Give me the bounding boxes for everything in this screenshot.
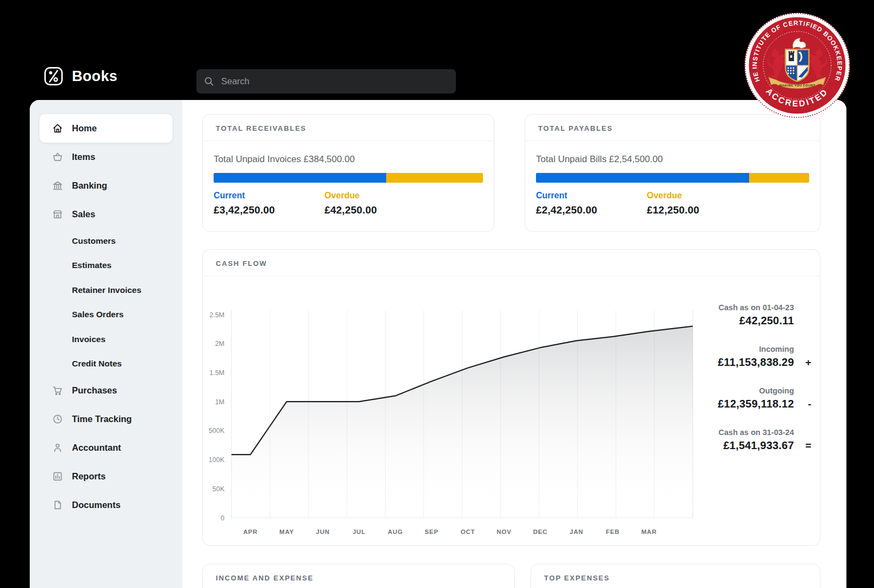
receivables-current-label: Current (214, 191, 325, 201)
total-receivables-card: TOTAL RECEIVABLES Total Unpaid Invoices … (202, 114, 494, 232)
payables-subtitle: Total Unpaid Bills £2,54,500.00 (536, 154, 809, 165)
cash-flow-area-chart: 050K100K500K1M1.5M2M2.5MAPRMAYJUNJULAUGS… (207, 279, 695, 538)
clock-icon (51, 413, 63, 425)
x-axis-month-label: MAR (641, 529, 657, 535)
receivables-header: TOTAL RECEIVABLES (203, 115, 494, 141)
receivables-current-value: £3,42,250.00 (214, 204, 325, 216)
income-expense-header: INCOME AND EXPENSE (203, 564, 514, 588)
top-expenses-header: TOP EXPENSES (531, 564, 820, 588)
stat-value: £1,541,933.67 (723, 439, 794, 452)
cashflow-stat-cash-as-on-31-03-24: Cash as on 31-03-24£1,541,933.67= (695, 428, 811, 452)
receivables-subtitle: Total Unpaid Invoices £384,500.00 (214, 154, 483, 165)
payables-current-label: Current (536, 191, 647, 201)
sidebar-item-label: Credit Notes (72, 359, 122, 369)
stat-label: Cash as on 31-03-24 (695, 428, 794, 437)
top-expenses-card: TOP EXPENSES (531, 564, 820, 588)
sidebar-item-home[interactable]: Home (39, 114, 173, 143)
sidebar: HomeItemsBankingSalesCustomersEstimatesR… (30, 100, 182, 588)
x-axis-month-label: MAY (280, 529, 294, 535)
x-axis-month-label: FEB (606, 529, 619, 535)
stat-operator: - (797, 398, 811, 410)
sidebar-item-label: Sales (72, 209, 95, 219)
sidebar-item-label: Time Tracking (72, 414, 132, 424)
y-axis-tick: 2M (215, 340, 224, 348)
sidebar-item-sales-orders[interactable]: Sales Orders (39, 303, 173, 328)
sidebar-item-retainer-invoices[interactable]: Retainer Invoices (39, 278, 173, 303)
receivables-progress-bar (214, 173, 483, 183)
app-window: HomeItemsBankingSalesCustomersEstimatesR… (30, 100, 846, 588)
stat-label: Cash as on 01-04-23 (695, 303, 794, 312)
search-icon (204, 76, 214, 86)
sidebar-item-documents[interactable]: Documents (39, 491, 173, 519)
sidebar-item-estimates[interactable]: Estimates (39, 253, 173, 278)
x-axis-month-label: JAN (570, 529, 583, 535)
sidebar-item-label: Sales Orders (72, 310, 124, 319)
cash-flow-stats: Cash as on 01-04-23£42,250.11Incoming£11… (695, 279, 820, 540)
x-axis-month-label: JUN (316, 529, 329, 535)
search-input[interactable] (220, 76, 448, 87)
receivables-overdue-value: £42,250.00 (325, 204, 435, 216)
sidebar-item-label: Documents (72, 500, 121, 510)
main-content: TOTAL RECEIVABLES Total Unpaid Invoices … (182, 100, 846, 588)
income-expense-card: INCOME AND EXPENSE (202, 564, 515, 588)
icb-accredited-badge: THE INSTITUTE OF CERTIFIED BOOKKEEPERS •… (739, 7, 856, 124)
y-axis-tick: 2.5M (209, 311, 224, 319)
stat-value: £12,359,118.12 (718, 398, 794, 410)
sidebar-item-label: Home (72, 123, 97, 133)
cart-icon (51, 385, 63, 397)
basket-icon (51, 151, 63, 163)
payables-overdue-label: Overdue (647, 191, 758, 201)
sidebar-item-reports[interactable]: Reports (39, 462, 173, 491)
stat-operator: + (797, 357, 811, 369)
payables-overdue-segment (749, 173, 809, 183)
sidebar-item-label: Purchases (72, 385, 117, 396)
receivables-overdue-label: Overdue (325, 191, 435, 201)
bank-icon (51, 180, 63, 192)
sidebar-item-customers[interactable]: Customers (39, 229, 173, 253)
receivables-current-segment (214, 173, 386, 183)
sidebar-item-invoices[interactable]: Invoices (39, 327, 173, 352)
home-icon (51, 123, 63, 135)
sidebar-item-label: Banking (72, 181, 107, 191)
sidebar-item-accountant[interactable]: Accountant (39, 433, 173, 462)
y-axis-tick: 500K (209, 427, 225, 435)
app-logo: Books (43, 66, 117, 86)
x-axis-month-label: JUL (353, 529, 366, 535)
sidebar-item-label: Retainer Invoices (72, 285, 141, 295)
sidebar-item-banking[interactable]: Banking (39, 171, 173, 200)
sidebar-item-label: Items (72, 152, 95, 162)
app-name: Books (72, 68, 117, 85)
cashflow-stat-outgoing: Outgoing£12,359,118.12- (695, 386, 811, 410)
x-axis-month-label: OCT (461, 529, 475, 535)
y-axis-tick: 100K (209, 456, 225, 464)
sidebar-item-purchases[interactable]: Purchases (39, 376, 173, 405)
sidebar-item-label: Accountant (72, 443, 121, 453)
y-axis-tick: 1.5M (209, 369, 224, 377)
books-logo-icon (43, 66, 64, 86)
receivables-overdue-segment (386, 173, 483, 183)
x-axis-month-label: SEP (425, 529, 438, 535)
cashflow-stat-incoming: Incoming£11,153,838.29+ (695, 345, 811, 369)
stat-operator: = (797, 440, 811, 452)
stat-value: £11,153,838.29 (718, 356, 794, 369)
stat-label: Incoming (695, 345, 794, 353)
sidebar-item-time-tracking[interactable]: Time Tracking (39, 405, 173, 433)
sidebar-item-items[interactable]: Items (39, 143, 173, 171)
cashflow-stat-cash-as-on-01-04-23: Cash as on 01-04-23£42,250.11 (695, 303, 811, 327)
sidebar-item-sales[interactable]: Sales (39, 200, 173, 229)
payables-progress-bar (536, 173, 809, 183)
person-icon (51, 442, 63, 454)
x-axis-month-label: AUG (388, 529, 403, 535)
document-icon (51, 499, 63, 511)
x-axis-month-label: NOV (496, 529, 511, 535)
total-payables-card: TOTAL PAYABLES Total Unpaid Bills £2,54,… (525, 114, 820, 232)
y-axis-tick: 50K (213, 485, 225, 493)
search-bar[interactable] (196, 69, 456, 93)
store-icon (51, 209, 63, 220)
x-axis-month-label: DEC (533, 529, 548, 535)
y-axis-tick: 1M (215, 398, 224, 406)
sidebar-item-label: Estimates (72, 260, 111, 270)
cash-flow-chart: 050K100K500K1M1.5M2M2.5MAPRMAYJUNJULAUGS… (207, 279, 695, 540)
sidebar-item-credit-notes[interactable]: Credit Notes (39, 352, 173, 377)
payables-current-value: £2,42,250.00 (536, 204, 647, 216)
